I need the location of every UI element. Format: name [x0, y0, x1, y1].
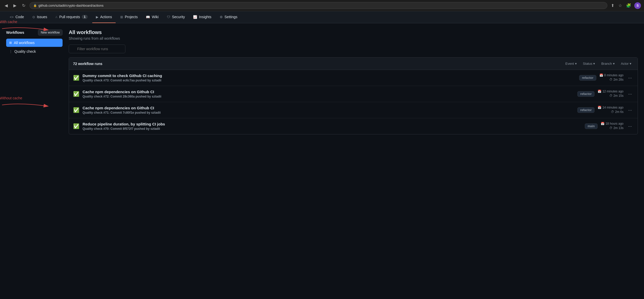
status-filter-chevron: ▾	[593, 62, 595, 66]
run-meta: Quality check #70: Commit 8f572f7 pushed…	[83, 127, 582, 131]
run-row[interactable]: ✅ Dummy commit to check Github CI cachin…	[69, 70, 638, 86]
actor-filter-chevron: ▾	[630, 62, 631, 66]
sidebar-item-quality-check[interactable]: ⋮ Quality check	[6, 47, 63, 56]
run-status-icon-success: ✅	[73, 91, 79, 97]
run-time-info: 📅 8 minutes ago ⏱ 2m 28s	[599, 73, 623, 82]
back-button[interactable]: ◀	[3, 2, 9, 9]
clock-icon: ⏱	[609, 126, 612, 130]
bookmark-button[interactable]: ☆	[617, 2, 623, 9]
status-filter-label: Status	[583, 62, 592, 66]
time-ago: 14 minutes ago	[602, 106, 623, 109]
run-branch-badge: refactor	[577, 91, 595, 97]
page-title: All workflows	[69, 29, 638, 35]
extensions-button[interactable]: 🧩	[625, 2, 632, 9]
share-button[interactable]: ⬆	[610, 2, 615, 9]
duration: 2m 13s	[613, 126, 623, 130]
run-meta: Quality check #72: Commit 28c360a pushed…	[83, 95, 574, 98]
run-more-button[interactable]: ···	[627, 106, 633, 114]
address-bar[interactable]: 🔒 github.com/sztadii/crypto-dashboard/ac…	[29, 2, 607, 9]
nav-label-insights: Insights	[199, 15, 211, 19]
nav-item-projects[interactable]: ⊞ Projects	[117, 11, 142, 23]
event-filter-chevron: ▾	[575, 62, 577, 66]
pr-badge: 1	[82, 15, 88, 19]
duration: 2m 6s	[615, 110, 623, 114]
run-info: Cache npm dependencies on Github CI Qual…	[83, 90, 574, 98]
actor-filter-button[interactable]: Actor ▾	[619, 61, 633, 67]
github-nav: <> Code ⊙ Issues ⑃ Pull requests 1 ▶ Act…	[0, 11, 644, 23]
time-ago: 8 minutes ago	[604, 73, 623, 77]
new-workflow-button[interactable]: New workflow	[38, 29, 63, 36]
run-info: Cache npm dependencies on Github CI Qual…	[83, 106, 574, 114]
clock-icon: ⏱	[609, 94, 612, 98]
nav-item-code[interactable]: <> Code	[6, 11, 28, 23]
projects-icon: ⊞	[120, 15, 123, 19]
nav-label-settings: Settings	[225, 15, 238, 19]
without-cache-label: Without cache	[0, 96, 22, 100]
event-filter-label: Event	[565, 62, 574, 66]
run-time-info: 📅 18 hours ago ⏱ 2m 13s	[601, 122, 623, 131]
actor-filter-label: Actor	[621, 62, 629, 66]
pr-icon: ⑃	[55, 15, 57, 19]
nav-item-security[interactable]: 🛡 Security	[163, 11, 189, 23]
runs-table: 72 workflow runs Event ▾ Status ▾ Branch…	[69, 57, 638, 134]
wiki-icon: 📖	[146, 15, 150, 19]
run-info: Reduce pipeline duration, by splitting C…	[83, 122, 582, 131]
run-more-button[interactable]: ···	[627, 74, 633, 82]
run-row[interactable]: ✅ Cache npm dependencies on Github CI Qu…	[69, 102, 638, 118]
calendar-icon: 📅	[598, 90, 601, 93]
page-subtitle: Showing runs from all workflows	[69, 36, 638, 40]
duration: 2m 28s	[613, 78, 623, 81]
run-status-icon-success: ✅	[73, 75, 79, 81]
browser-chrome: ◀ ▶ ↻ 🔒 github.com/sztadii/crypto-dashbo…	[0, 0, 644, 11]
nav-item-issues[interactable]: ⊙ Issues	[29, 11, 51, 23]
lock-icon: 🔒	[33, 4, 37, 7]
sidebar-item-all-workflows[interactable]: ⊞ All workflows	[6, 39, 63, 47]
run-info: Dummy commit to check Github CI caching …	[83, 73, 576, 82]
issues-icon: ⊙	[32, 15, 35, 19]
avatar: S	[634, 2, 641, 9]
run-branch-badge: refactor	[579, 75, 596, 81]
nav-item-settings[interactable]: ⚙ Settings	[216, 11, 241, 23]
runs-table-header: 72 workflow runs Event ▾ Status ▾ Branch…	[69, 58, 638, 70]
without-cache-annotation: Without cache	[0, 96, 56, 111]
insights-icon: 📈	[193, 15, 197, 19]
time-ago: 18 hours ago	[606, 122, 623, 125]
nav-item-insights[interactable]: 📈 Insights	[189, 11, 215, 23]
forward-button[interactable]: ▶	[12, 2, 18, 9]
security-icon: 🛡	[167, 15, 170, 19]
nav-label-projects: Projects	[125, 15, 138, 19]
run-row[interactable]: ✅ Reduce pipeline duration, by splitting…	[69, 118, 638, 134]
clock-icon: ⏱	[609, 78, 612, 81]
run-more-button[interactable]: ···	[627, 123, 633, 130]
calendar-icon: 📅	[601, 122, 605, 125]
run-time-info: 📅 14 minutes ago ⏱ 2m 6s	[598, 106, 623, 114]
run-branch-badge: main	[585, 123, 598, 129]
nav-item-actions[interactable]: ▶ Actions	[92, 11, 116, 23]
settings-icon: ⚙	[220, 15, 223, 19]
nav-label-pull-requests: Pull requests	[59, 15, 80, 19]
all-workflows-icon: ⊞	[9, 41, 12, 45]
run-row[interactable]: ✅ Cache npm dependencies on Github CI Qu…	[69, 86, 638, 102]
filter-input-wrapper: 🔍	[69, 45, 638, 53]
duration: 2m 15s	[613, 94, 623, 98]
event-filter-button[interactable]: Event ▾	[563, 61, 579, 67]
nav-item-pull-requests[interactable]: ⑃ Pull requests 1	[52, 11, 91, 23]
nav-item-wiki[interactable]: 📖 Wiki	[142, 11, 162, 23]
nav-label-actions: Actions	[100, 15, 112, 19]
run-status-icon-success: ✅	[73, 123, 79, 129]
search-input[interactable]	[69, 45, 125, 53]
url-text: github.com/sztadii/crypto-dashboard/acti…	[38, 4, 104, 7]
nav-label-security: Security	[172, 15, 185, 19]
sidebar: Workflows New workflow ⊞ All workflows ⋮…	[6, 29, 63, 56]
run-title: Cache npm dependencies on Github CI	[83, 106, 574, 110]
nav-label-issues: Issues	[37, 15, 47, 19]
runs-count: 72 workflow runs	[73, 62, 102, 66]
refresh-button[interactable]: ↻	[21, 2, 27, 9]
branch-filter-chevron: ▾	[613, 62, 615, 66]
filter-bar: 🔍	[69, 45, 638, 53]
sidebar-header: Workflows New workflow	[6, 29, 63, 36]
main-container: Workflows New workflow ⊞ All workflows ⋮…	[0, 23, 644, 62]
run-more-button[interactable]: ···	[627, 90, 633, 98]
branch-filter-button[interactable]: Branch ▾	[599, 61, 617, 67]
status-filter-button[interactable]: Status ▾	[581, 61, 597, 67]
